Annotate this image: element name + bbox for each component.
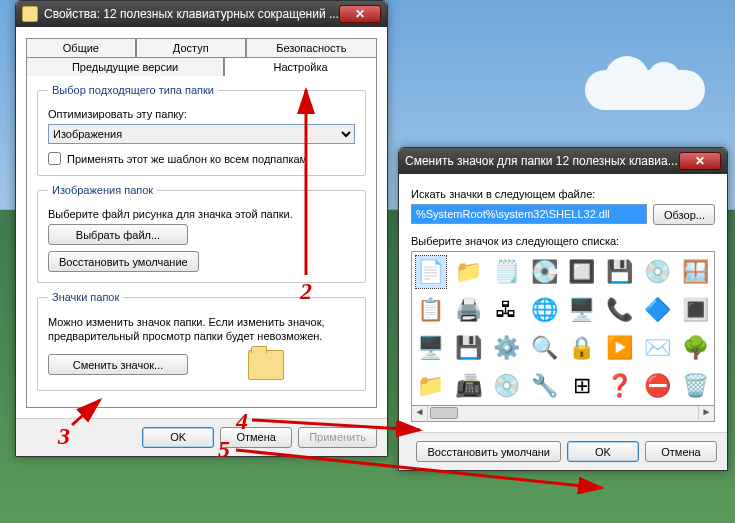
group-folder-type-legend: Выбор подходящего типа папки [48, 84, 218, 96]
cd-icon[interactable]: 💿 [643, 256, 673, 288]
checkbox-apply-subfolders-label: Применять этот же шаблон ко всем подпапк… [67, 153, 307, 165]
label-optimize: Оптимизировать эту папку: [48, 108, 355, 120]
change-icon-window: Сменить значок для папки 12 полезных кла… [398, 147, 728, 471]
tree-icon[interactable]: 🌳 [680, 332, 710, 364]
lock-icon[interactable]: 🔒 [567, 332, 597, 364]
tab-security[interactable]: Безопасность [246, 38, 377, 57]
titlebar[interactable]: Свойства: 12 полезных клавиатурных сокра… [16, 1, 387, 27]
cancel-button[interactable]: Отмена [220, 427, 292, 448]
document-icon[interactable]: 📄 [416, 256, 446, 288]
group-folder-icons-legend: Значки папок [48, 291, 123, 303]
gear-icon[interactable]: ⚙️ [492, 332, 522, 364]
close-button[interactable]: ✕ [679, 152, 721, 170]
tiles-icon[interactable]: 🔳 [680, 294, 710, 326]
search-icon[interactable]: 🔍 [529, 332, 559, 364]
letter-icon[interactable]: ✉️ [643, 332, 673, 364]
globe-icon[interactable]: 🌐 [529, 294, 559, 326]
tab-customize[interactable]: Настройка [224, 57, 377, 76]
desktop-cloud [585, 70, 705, 110]
scroll-right-arrow[interactable]: ► [698, 406, 714, 420]
change-icon-button[interactable]: Сменить значок... [48, 354, 188, 375]
window-icon[interactable]: 🪟 [680, 256, 710, 288]
label-change-icon-desc: Можно изменить значок папки. Если измени… [48, 315, 355, 344]
icon-list-scrollbar[interactable]: ◄ ► [411, 406, 715, 422]
group-folder-icons: Значки папок Можно изменить значок папки… [37, 291, 366, 391]
bin-icon[interactable]: 🗑️ [680, 370, 710, 402]
drive2-icon[interactable]: 💾 [605, 256, 635, 288]
folder2-icon[interactable]: 📁 [416, 370, 446, 402]
window-title: Сменить значок для папки 12 полезных кла… [405, 154, 679, 168]
scroll-thumb[interactable] [430, 407, 458, 419]
folder-icon [22, 6, 38, 22]
apply-button[interactable]: Применить [298, 427, 377, 448]
app-icon[interactable]: 🔷 [643, 294, 673, 326]
restore-defaults-button[interactable]: Восстановить умолчани [416, 441, 561, 462]
restore-default-picture-button[interactable]: Восстановить умолчание [48, 251, 199, 272]
tab-general[interactable]: Общие [26, 38, 136, 57]
group-folder-type: Выбор подходящего типа папки Оптимизиров… [37, 84, 366, 176]
label-icon-list: Выберите значок из следующего списка: [411, 235, 715, 247]
drive-icon[interactable]: 💽 [529, 256, 559, 288]
dialog-button-row: Восстановить умолчани OK Отмена [399, 432, 727, 470]
play-icon[interactable]: ▶️ [605, 332, 635, 364]
label-icon-path: Искать значки в следующем файле: [411, 188, 715, 200]
scanner-icon[interactable]: 📠 [454, 370, 484, 402]
tool-icon[interactable]: 🔧 [529, 370, 559, 402]
network-icon[interactable]: 🖧 [492, 294, 522, 326]
floppy-icon[interactable]: 💾 [454, 332, 484, 364]
page-icon[interactable]: 🗒️ [492, 256, 522, 288]
close-button[interactable]: ✕ [339, 5, 381, 23]
tab-sharing[interactable]: Доступ [136, 38, 246, 57]
tab-strip: Общие Доступ Безопасность Предыдущие вер… [26, 37, 377, 408]
checkbox-apply-subfolders[interactable] [48, 152, 61, 165]
ok-button[interactable]: OK [142, 427, 214, 448]
screen-icon[interactable]: 🖥️ [416, 332, 446, 364]
disc-icon[interactable]: 💿 [492, 370, 522, 402]
group-folder-pictures-legend: Изображения папок [48, 184, 157, 196]
icon-list[interactable]: 📄 📁 🗒️ 💽 🔲 💾 💿 🪟 📋 🖨️ 🖧 🌐 🖥️ 📞 🔷 🔳 [411, 251, 715, 406]
tab-previous-versions[interactable]: Предыдущие версии [26, 57, 224, 76]
scroll-left-arrow[interactable]: ◄ [412, 406, 428, 420]
cancel-button[interactable]: Отмена [645, 441, 717, 462]
browse-button[interactable]: Обзор... [653, 204, 715, 225]
phone-icon[interactable]: 📞 [605, 294, 635, 326]
stop-icon[interactable]: ⛔ [643, 370, 673, 402]
list-icon[interactable]: 📋 [416, 294, 446, 326]
folder-icon[interactable]: 📁 [454, 256, 484, 288]
choose-file-button[interactable]: Выбрать файл... [48, 224, 188, 245]
tab-panel-customize: Выбор подходящего типа папки Оптимизиров… [26, 75, 377, 408]
titlebar[interactable]: Сменить значок для папки 12 полезных кла… [399, 148, 727, 174]
icon-path-input[interactable] [411, 204, 647, 224]
monitor-icon[interactable]: 🖥️ [567, 294, 597, 326]
dialog-button-row: OK Отмена Применить [16, 418, 387, 456]
printer-icon[interactable]: 🖨️ [454, 294, 484, 326]
help-icon[interactable]: ❓ [605, 370, 635, 402]
folder-preview-icon [248, 350, 284, 380]
label-choose-file: Выберите файл рисунка для значка этой па… [48, 208, 355, 220]
window-title: Свойства: 12 полезных клавиатурных сокра… [44, 7, 339, 21]
group-folder-pictures: Изображения папок Выберите файл рисунка … [37, 184, 366, 283]
ok-button[interactable]: OK [567, 441, 639, 462]
grid-icon[interactable]: ⊞ [567, 370, 597, 402]
combo-optimize[interactable]: Изображения [48, 124, 355, 144]
properties-window: Свойства: 12 полезных клавиатурных сокра… [15, 0, 388, 457]
chip-icon[interactable]: 🔲 [567, 256, 597, 288]
